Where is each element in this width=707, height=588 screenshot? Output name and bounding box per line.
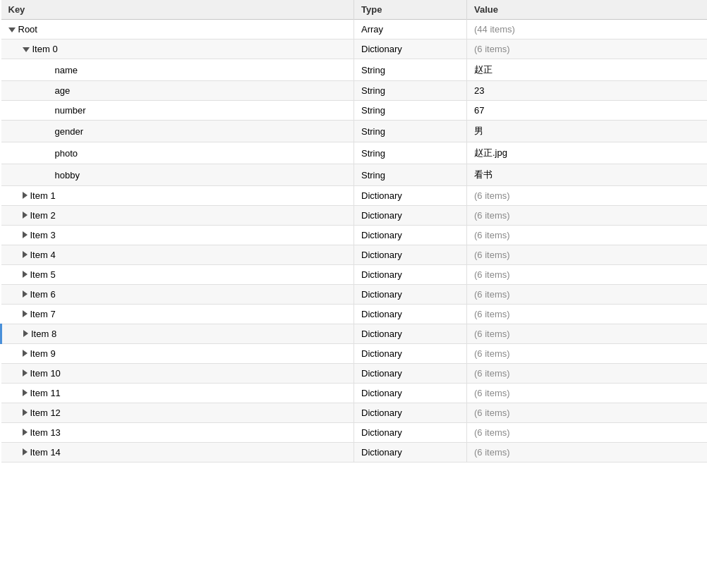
table-row[interactable]: Item 6Dictionary(6 items) <box>1 285 708 305</box>
expand-triangle-icon[interactable] <box>23 348 28 359</box>
key-cell: Item 12 <box>1 403 354 423</box>
header-value: Value <box>467 0 708 20</box>
table-row[interactable]: hobbyString看书 <box>1 164 708 186</box>
table-row[interactable]: Item 7Dictionary(6 items) <box>1 305 708 324</box>
table-row[interactable]: Item 13Dictionary(6 items) <box>1 423 708 443</box>
value-cell: (6 items) <box>467 403 708 423</box>
table-row[interactable]: Item 3Dictionary(6 items) <box>1 226 708 245</box>
key-cell: Item 5 <box>1 265 354 285</box>
expand-triangle-icon[interactable] <box>23 190 28 201</box>
key-label: Item 4 <box>30 250 56 260</box>
expand-triangle-icon[interactable] <box>23 329 28 339</box>
collapse-triangle-icon[interactable] <box>23 44 30 54</box>
table-row[interactable]: Item 10Dictionary(6 items) <box>1 364 708 384</box>
table-row[interactable]: Item 0Dictionary(6 items) <box>1 39 708 59</box>
table-row[interactable]: Item 12Dictionary(6 items) <box>1 403 708 423</box>
expand-triangle-icon[interactable] <box>23 230 28 240</box>
key-label: Item 11 <box>30 388 61 398</box>
table-row[interactable]: Item 11Dictionary(6 items) <box>1 384 708 403</box>
key-label: photo <box>55 148 78 159</box>
type-cell: Dictionary <box>354 423 467 443</box>
type-cell: Dictionary <box>354 443 467 463</box>
key-label: Root <box>18 24 37 35</box>
key-cell: Root <box>1 20 354 39</box>
table-row[interactable]: Item 5Dictionary(6 items) <box>1 265 708 285</box>
expand-triangle-icon[interactable] <box>23 447 28 458</box>
value-cell: (6 items) <box>467 324 708 344</box>
table-row[interactable]: Item 4Dictionary(6 items) <box>1 245 708 265</box>
table-row[interactable]: Item 9Dictionary(6 items) <box>1 344 708 364</box>
key-cell: Item 2 <box>1 206 354 226</box>
type-cell: Dictionary <box>354 245 467 265</box>
table-row[interactable]: numberString67 <box>1 101 708 121</box>
key-label: Item 8 <box>31 329 56 339</box>
value-cell: (6 items) <box>467 245 708 265</box>
type-cell: String <box>354 164 467 186</box>
type-cell: Dictionary <box>354 403 467 423</box>
key-cell: Item 14 <box>1 443 354 463</box>
key-cell: Item 13 <box>1 423 354 443</box>
value-cell: 看书 <box>467 164 708 186</box>
table-row[interactable]: RootArray(44 items) <box>1 20 708 39</box>
plist-viewer: Key Type Value RootArray(44 items)Item 0… <box>0 0 707 588</box>
key-cell: Item 9 <box>1 344 354 364</box>
key-label: Item 6 <box>30 289 56 300</box>
expand-triangle-icon[interactable] <box>23 368 28 379</box>
key-cell: photo <box>1 142 354 164</box>
expand-triangle-icon[interactable] <box>23 269 28 280</box>
expand-triangle-icon[interactable] <box>23 427 28 438</box>
expand-triangle-icon[interactable] <box>23 250 28 260</box>
key-cell: Item 3 <box>1 226 354 245</box>
type-cell: Dictionary <box>354 206 467 226</box>
type-cell: String <box>354 59 467 81</box>
table-row[interactable]: ageString23 <box>1 81 708 101</box>
value-cell: (6 items) <box>467 206 708 226</box>
type-cell: Dictionary <box>354 324 467 344</box>
value-cell: (6 items) <box>467 384 708 403</box>
value-cell: (44 items) <box>467 20 708 39</box>
key-cell: number <box>1 101 354 121</box>
table-row[interactable]: photoString赵正.jpg <box>1 142 708 164</box>
table-row[interactable]: Item 2Dictionary(6 items) <box>1 206 708 226</box>
value-cell: 67 <box>467 101 708 121</box>
type-cell: String <box>354 142 467 164</box>
value-cell: 赵正.jpg <box>467 142 708 164</box>
key-label: Item 12 <box>30 408 61 418</box>
key-label: Item 0 <box>32 44 58 54</box>
value-cell: (6 items) <box>467 265 708 285</box>
table-row[interactable]: Item 8Dictionary(6 items) <box>1 324 708 344</box>
table-row[interactable]: nameString赵正 <box>1 59 708 81</box>
expand-triangle-icon[interactable] <box>23 408 28 418</box>
value-cell: 23 <box>467 81 708 101</box>
key-cell: Item 4 <box>1 245 354 265</box>
key-label: Item 13 <box>30 427 61 438</box>
type-cell: Dictionary <box>354 226 467 245</box>
value-cell: (6 items) <box>467 285 708 305</box>
key-cell: Item 0 <box>1 39 354 59</box>
value-cell: (6 items) <box>467 186 708 206</box>
value-cell: (6 items) <box>467 423 708 443</box>
key-cell: name <box>1 59 354 81</box>
type-cell: Dictionary <box>354 285 467 305</box>
type-cell: Dictionary <box>354 305 467 324</box>
key-label: age <box>55 85 71 96</box>
table-row[interactable]: Item 1Dictionary(6 items) <box>1 186 708 206</box>
expand-triangle-icon[interactable] <box>23 289 28 300</box>
key-label: Item 1 <box>30 190 56 201</box>
table-row[interactable]: genderString男 <box>1 121 708 142</box>
table-row[interactable]: Item 14Dictionary(6 items) <box>1 443 708 463</box>
type-cell: Dictionary <box>354 186 467 206</box>
key-label: Item 14 <box>30 447 61 458</box>
key-cell: Item 8 <box>1 324 354 344</box>
type-cell: String <box>354 101 467 121</box>
expand-triangle-icon[interactable] <box>23 388 28 398</box>
expand-triangle-icon[interactable] <box>23 309 28 319</box>
type-cell: String <box>354 121 467 142</box>
key-label: hobby <box>55 170 80 180</box>
key-label: gender <box>55 126 83 137</box>
expand-triangle-icon[interactable] <box>23 210 28 221</box>
key-label: Item 5 <box>30 269 56 280</box>
key-label: Item 2 <box>30 210 56 221</box>
table-header: Key Type Value <box>1 0 708 20</box>
collapse-triangle-icon[interactable] <box>8 24 16 35</box>
